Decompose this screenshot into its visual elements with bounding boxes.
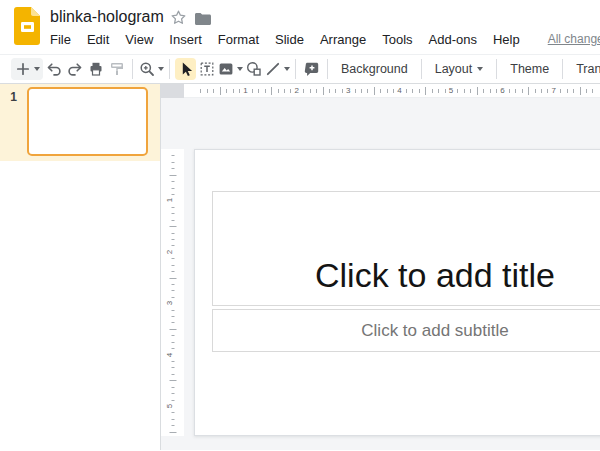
shape-icon (245, 60, 263, 78)
subtitle-placeholder[interactable]: Click to add subtitle (212, 309, 600, 352)
select-tool-button[interactable] (175, 58, 196, 80)
chevron-down-icon (158, 67, 164, 71)
print-button[interactable] (85, 58, 106, 80)
menu-format[interactable]: Format (218, 32, 259, 47)
comment-icon (303, 60, 321, 78)
menu-view[interactable]: View (125, 32, 153, 47)
menu-file[interactable]: File (50, 32, 71, 47)
insert-shape-button[interactable] (243, 58, 264, 80)
insert-line-button[interactable] (264, 58, 290, 80)
save-status-link[interactable]: All changes saved in Drive (548, 32, 600, 46)
star-icon[interactable] (171, 10, 186, 25)
background-button[interactable]: Background (333, 57, 416, 81)
content-area: 1 12345 1234567 Click to add title Click… (0, 84, 600, 450)
title-placeholder-text: Click to add title (315, 256, 555, 295)
transition-button[interactable]: Transition (568, 57, 600, 81)
select-arrow-icon (177, 60, 195, 78)
menu-insert[interactable]: Insert (169, 32, 202, 47)
new-slide-button[interactable] (11, 58, 43, 80)
slide-thumbnail[interactable] (27, 87, 148, 156)
image-icon (217, 60, 235, 78)
toolbar-separator (421, 59, 422, 79)
layout-label: Layout (435, 62, 473, 76)
menu-tools[interactable]: Tools (382, 32, 412, 47)
transition-label: Transition (576, 62, 600, 76)
title-placeholder[interactable]: Click to add title (212, 191, 600, 306)
paint-roller-icon (108, 60, 126, 78)
text-box-button[interactable] (196, 58, 217, 80)
toolbar-separator (327, 59, 328, 79)
toolbar-separator (169, 59, 170, 79)
chevron-down-icon (284, 67, 290, 71)
menu-edit[interactable]: Edit (87, 32, 109, 47)
toolbar-separator (132, 59, 133, 79)
theme-button[interactable]: Theme (502, 57, 557, 81)
line-icon (264, 60, 282, 78)
zoom-icon (138, 60, 156, 78)
undo-icon (45, 60, 63, 78)
vertical-ruler-column: 12345 (161, 84, 184, 450)
text-box-icon (198, 60, 216, 78)
slide-filmstrip: 1 (0, 84, 161, 450)
menu-help[interactable]: Help (493, 32, 520, 47)
menu-bar: File Edit View Insert Format Slide Arran… (50, 29, 600, 49)
move-folder-icon[interactable] (194, 12, 211, 25)
header: blinka-hologram File Edit View Insert Fo… (0, 0, 600, 55)
plus-icon (14, 60, 32, 78)
theme-label: Theme (510, 62, 549, 76)
menu-slide[interactable]: Slide (275, 32, 304, 47)
insert-image-button[interactable] (217, 58, 243, 80)
background-label: Background (341, 62, 408, 76)
chevron-down-icon (34, 67, 40, 71)
document-title[interactable]: blinka-hologram (50, 8, 164, 26)
toolbar: Background Layout Theme Transition (0, 55, 600, 84)
paint-format-button[interactable] (106, 58, 127, 80)
google-slides-window: blinka-hologram File Edit View Insert Fo… (0, 0, 600, 451)
toolbar-separator (496, 59, 497, 79)
print-icon (87, 60, 105, 78)
toolbar-separator (562, 59, 563, 79)
filmstrip-slide-1[interactable]: 1 (0, 84, 160, 161)
current-slide[interactable]: Click to add title Click to add subtitle (194, 149, 600, 436)
subtitle-placeholder-text: Click to add subtitle (361, 321, 508, 341)
redo-icon (66, 60, 84, 78)
slide-canvas[interactable]: 1234567 Click to add title Click to add … (184, 84, 600, 450)
vertical-ruler: 12345 (161, 149, 184, 436)
layout-button[interactable]: Layout (427, 57, 492, 81)
menu-add-ons[interactable]: Add-ons (429, 32, 477, 47)
menu-arrange[interactable]: Arrange (320, 32, 366, 47)
undo-button[interactable] (43, 58, 64, 80)
slides-logo-icon[interactable] (13, 7, 41, 45)
redo-button[interactable] (64, 58, 85, 80)
toolbar-separator (295, 59, 296, 79)
insert-comment-button[interactable] (301, 58, 322, 80)
zoom-button[interactable] (138, 58, 164, 80)
ruler-corner (161, 84, 184, 98)
horizontal-ruler: 1234567 (184, 84, 600, 98)
chevron-down-icon (477, 67, 483, 71)
slide-number: 1 (0, 84, 27, 161)
